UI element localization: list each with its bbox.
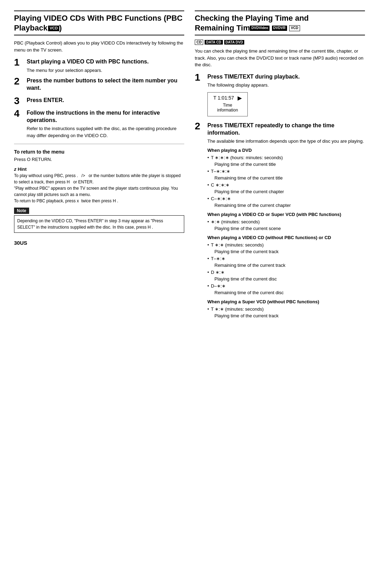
- sub-heading-svcd-nopbc: When playing a Super VCD (without PBC fu…: [207, 299, 365, 304]
- vcd-nopbc-sub-2: Remaining time of the current track: [211, 263, 285, 268]
- vcd-nopbc-bullet-1: T ∗:∗ (minutes: seconds): [211, 242, 264, 248]
- dvd-sub-4: Remaining time of the current chapter: [211, 203, 291, 208]
- vcd-nopbc-sub-4: Remaining time of the current disc: [211, 290, 284, 295]
- svcd-nopbc-bullet-1: T ∗:∗ (minutes: seconds): [211, 306, 264, 312]
- sub-heading-dvd: When playing a DVD: [207, 148, 365, 153]
- right-step-1-body: The following display appears.: [207, 82, 365, 89]
- vcd-badge: VCD: [48, 26, 59, 31]
- vcd-nopbc-item-2: T–∗:∗ Remaining time of the current trac…: [207, 255, 365, 269]
- hint-text: To play without using PBC, press . /> or…: [14, 173, 184, 204]
- dvd-item-4: C–∗:∗:∗ Remaining time of the current ch…: [207, 195, 365, 209]
- right-step-1-heading: Press TIME/TEXT during playback.: [207, 73, 365, 81]
- display-box-inner: T 1:01:57 ▶: [213, 95, 242, 101]
- page-number: 30US: [14, 240, 184, 246]
- hint-block: Hint To play without using PBC, press . …: [14, 167, 184, 204]
- display-box: T 1:01:57 ▶ Timeinformation: [207, 92, 248, 116]
- data-dvd-badge: DATA DVD: [224, 40, 245, 45]
- right-column: Checking the Playing Time andRemaining T…: [195, 11, 365, 326]
- right-step-2: 2 Press TIME/TEXT repeatedly to change t…: [195, 122, 365, 322]
- step-1-heading: Start playing a VIDEO CD with PBC functi…: [27, 58, 184, 66]
- dvd-bullet-2: T–∗:∗:∗: [211, 169, 230, 174]
- svcd-nopbc-bullet-list: T ∗:∗ (minutes: seconds) Playing time of…: [207, 306, 365, 319]
- step-1-content: Start playing a VIDEO CD with PBC functi…: [27, 58, 184, 74]
- step-3-content: Press ENTER.: [27, 97, 184, 106]
- sub-heading-vcd-pbc: When playing a VIDEO CD or Super VCD (wi…: [207, 212, 365, 217]
- vcd-nopbc-item-4: D–∗:∗ Remaining time of the current disc: [207, 283, 365, 296]
- dvd-item-2: T–∗:∗:∗ Remaining time of the current ti…: [207, 168, 365, 182]
- display-time: T 1:01:57: [213, 95, 234, 101]
- vcd-nopbc-bullet-2: T–∗:∗: [211, 256, 225, 261]
- step-number-4: 4: [14, 109, 24, 119]
- right-step-2-content: Press TIME/TEXT repeatedly to change the…: [207, 122, 365, 322]
- dvdvr-badge: DVDVR: [272, 26, 287, 31]
- step-1-body: The menu for your selection appears.: [27, 67, 184, 74]
- left-step-3: 3 Press ENTER.: [14, 97, 184, 106]
- badge-row-2: CD DATA CD DATA DVD: [195, 40, 365, 45]
- sub-heading-vcd-nopbc: When playing a VIDEO CD (without PBC fun…: [207, 235, 365, 240]
- return-body: Press O RETURN.: [14, 156, 184, 163]
- right-step-1-content: Press TIME/TEXT during playback. The fol…: [207, 73, 365, 119]
- step-2-content: Press the number buttons to select the i…: [27, 77, 184, 93]
- vcd-nopbc-bullet-3: D ∗:∗: [211, 270, 225, 275]
- step-number-3: 3: [14, 96, 24, 106]
- dvd-sub-2: Remaining time of the current title: [211, 175, 282, 181]
- note-text: Depending on the VIDEO CD, "Press ENTER"…: [14, 215, 184, 233]
- right-section-title: Checking the Playing Time andRemaining T…: [195, 11, 365, 35]
- vcd-nopbc-sub-1: Playing time of the current track: [211, 249, 279, 254]
- vcd-pbc-item-1: ∗:∗ (minutes: seconds) Playing time of t…: [207, 218, 365, 232]
- hint-label: Hint: [14, 167, 184, 172]
- divider-1: [14, 144, 184, 144]
- left-step-4: 4 Follow the instructions in the menu fo…: [14, 109, 184, 139]
- return-title: To return to the menu: [14, 149, 184, 155]
- vcd-pbc-bullet-list: ∗:∗ (minutes: seconds) Playing time of t…: [207, 218, 365, 232]
- vcd-nopbc-bullet-4: D–∗:∗: [211, 283, 226, 289]
- right-intro: You can check the playing time and remai…: [195, 48, 365, 68]
- vcd-nopbc-item-1: T ∗:∗ (minutes: seconds) Playing time of…: [207, 242, 365, 255]
- vcd-nopbc-sub-3: Playing time of the current disc: [211, 276, 277, 282]
- svcd-nopbc-item-1: T ∗:∗ (minutes: seconds) Playing time of…: [207, 306, 365, 319]
- right-step-2-heading: Press TIME/TEXT repeatedly to change the…: [207, 122, 365, 137]
- page-layout: Playing VIDEO CDs With PBC Functions (PB…: [14, 11, 365, 326]
- right-step-2-body: The available time information depends u…: [207, 138, 365, 145]
- right-step-1: 1 Press TIME/TEXT during playback. The f…: [195, 73, 365, 119]
- step-4-heading: Follow the instructions in the menu for …: [27, 109, 184, 124]
- left-step-2: 2 Press the number buttons to select the…: [14, 77, 184, 93]
- dvd-bullet-list: T ∗:∗:∗ (hours: minutes: seconds) Playin…: [207, 154, 365, 209]
- data-cd-badge: DATA CD: [205, 40, 222, 45]
- vcd-pbc-sub-1: Playing time of the current scene: [211, 226, 281, 231]
- svcd-nopbc-sub-1: Playing time of the current track: [211, 313, 279, 318]
- dvd-sub-1: Playing time of the current title: [211, 162, 276, 167]
- cd-badge: CD: [195, 40, 203, 45]
- step-number-2: 2: [14, 76, 24, 86]
- step-4-body: Refer to the instructions supplied with …: [27, 125, 184, 139]
- vcd-badge-right: VCD: [289, 25, 300, 31]
- dvd-item-1: T ∗:∗:∗ (hours: minutes: seconds) Playin…: [207, 154, 365, 168]
- dvd-sub-3: Playing time of the current chapter: [211, 189, 284, 194]
- step-4-content: Follow the instructions in the menu for …: [27, 109, 184, 139]
- vcd-pbc-bullet-1: ∗:∗ (minutes: seconds): [211, 219, 260, 224]
- note-label: Note: [14, 208, 29, 214]
- step-2-heading: Press the number buttons to select the i…: [27, 77, 184, 92]
- step-number-1: 1: [14, 58, 24, 67]
- left-column: Playing VIDEO CDs With PBC Functions (PB…: [14, 11, 184, 326]
- right-step-number-1: 1: [195, 73, 205, 82]
- vcd-nopbc-bullet-list: T ∗:∗ (minutes: seconds) Playing time of…: [207, 242, 365, 296]
- vcd-nopbc-item-3: D ∗:∗ Playing time of the current disc: [207, 269, 365, 283]
- time-label: Timeinformation: [213, 103, 242, 113]
- right-step-number-2: 2: [195, 121, 205, 131]
- left-title-text: Playing VIDEO CDs With PBC Functions (PB…: [14, 14, 182, 32]
- dvd-item-3: C ∗:∗:∗ Playing time of the current chap…: [207, 182, 365, 195]
- display-arrow: ▶: [238, 95, 242, 101]
- note-label-block: Note: [14, 204, 184, 215]
- dvd-bullet-1: T ∗:∗:∗ (hours: minutes: seconds): [211, 155, 283, 160]
- left-step-1: 1 Start playing a VIDEO CD with PBC func…: [14, 58, 184, 74]
- dvd-bullet-4: C–∗:∗:∗: [211, 196, 231, 201]
- left-intro: PBC (Playback Control) allows you to pla…: [14, 40, 184, 53]
- dvd-bullet-3: C ∗:∗:∗: [211, 182, 230, 188]
- step-3-heading: Press ENTER.: [27, 97, 184, 104]
- left-section-title: Playing VIDEO CDs With PBC Functions (PB…: [14, 11, 184, 35]
- dvdvideo-badge: DVDVideo: [250, 26, 270, 31]
